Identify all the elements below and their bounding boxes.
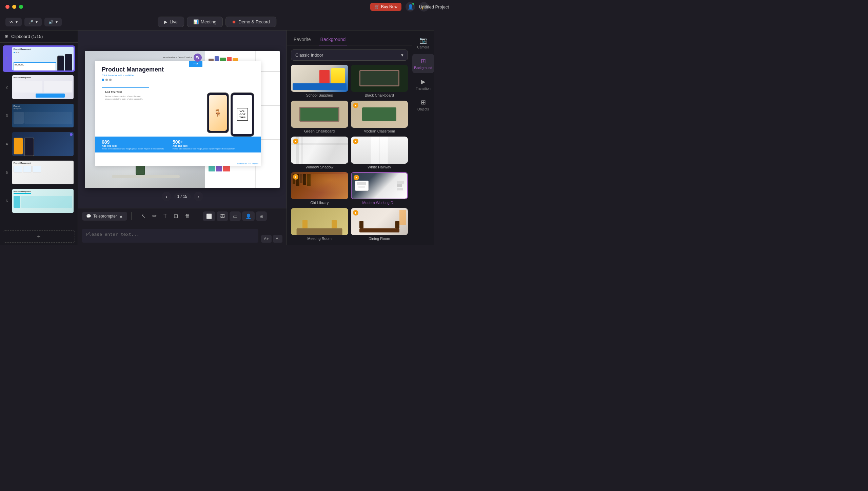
bg-name-modern-working: Modern Working D... (351, 199, 408, 205)
slide-item-4[interactable]: 4 (3, 131, 75, 157)
slide-number-6: 6 (4, 199, 9, 203)
bg-name-green-chalkboard: Green Chalkboard (291, 128, 348, 134)
bottom-toolbar: 💬 Teleprompter ▲ ↖ ✏ T ⊡ 🗑 ⬜ 🖼 ▭ (78, 208, 287, 245)
divider-2 (197, 212, 197, 220)
meeting-icon: 📊 (193, 19, 199, 24)
bg-thumb-old-library: ♦ (291, 172, 348, 199)
stat1-number: 689 (102, 139, 164, 145)
slide-item-3[interactable]: 3 Product Management (3, 102, 75, 129)
bg-item-window-shadow[interactable]: ♦ Window Shadow (291, 137, 348, 170)
bg-thumb-meeting-room (291, 208, 348, 235)
bg-name-modern-classroom: Modern Classroom (351, 128, 408, 134)
slide-item-1[interactable]: 1 Product Management Add The Text (3, 45, 75, 72)
text-tool-button[interactable]: T (161, 211, 170, 221)
teleprompter-input[interactable] (82, 229, 258, 243)
grid-button[interactable]: ⊞ (256, 211, 267, 221)
teleprompter-area: A+ A- (82, 224, 282, 243)
slide-item-2[interactable]: 2 Product Management (3, 74, 75, 100)
pen-tool-button[interactable]: ✏ (150, 211, 159, 221)
cart-icon: 🛒 (374, 4, 379, 9)
presenter-button[interactable]: 👁 ▾ (5, 18, 22, 26)
far-right-camera[interactable]: 📷 Camera (412, 33, 434, 53)
shape-tool-button[interactable]: ⊡ (171, 211, 181, 221)
minimize-button[interactable] (12, 5, 16, 9)
close-button[interactable] (5, 5, 9, 9)
select-tool-button[interactable]: ↖ (138, 211, 148, 221)
panel-tabs: Favorite Background (287, 30, 412, 45)
add-text-desc: the text is the extraction of your thoug… (105, 95, 146, 101)
camera-icon: 📷 (419, 37, 427, 44)
bg-thumb-window-shadow: ♦ (291, 137, 348, 164)
sidebar: ⊞ Clipboard (1/15) 1 Product Management (0, 30, 78, 245)
slide-thumbnail-1: Product Management Add The Text Descript… (12, 47, 74, 70)
tab-background[interactable]: Background (319, 34, 347, 45)
bottom-toolbar-top: 💬 Teleprompter ▲ ↖ ✏ T ⊡ 🗑 ⬜ 🖼 ▭ (82, 211, 282, 221)
far-right-background[interactable]: ⊞ Background (412, 54, 434, 73)
stat2-label: Add The Text (173, 145, 235, 147)
live-button[interactable]: ▶ Live (158, 17, 184, 27)
bg-item-old-library[interactable]: ♦ Old Library (291, 172, 348, 205)
bg-item-modern-classroom[interactable]: ♦ Modern Classroom (351, 101, 408, 134)
bg-name-school-supplies: School Supplies (291, 92, 348, 98)
background-category-dropdown[interactable]: Classic Indoor ▾ (291, 49, 408, 61)
bg-item-dining-room[interactable]: ♦ Dining Room (351, 208, 408, 241)
meeting-button[interactable]: 📊 Meeting (187, 17, 223, 27)
premium-badge-dining-room: ♦ (353, 210, 358, 216)
selected-indicator (70, 133, 73, 136)
objects-icon: ⊞ (421, 99, 426, 106)
slide-item-6[interactable]: 6 Product Management (3, 188, 75, 214)
slide-subtitle: Click here to add a subtitle (102, 74, 254, 77)
mic-button[interactable]: 🎤 ▾ (24, 18, 42, 26)
bg-name-old-library: Old Library (291, 199, 348, 205)
bg-item-black-chalkboard[interactable]: Black Chalkboard (351, 65, 408, 98)
stat1-desc: the text is the extraction of your thoug… (102, 148, 164, 150)
live-icon: ▶ (164, 19, 167, 24)
prev-slide-button[interactable]: ‹ (161, 192, 171, 201)
person-button[interactable]: 👤 (242, 211, 255, 221)
background-panel-icon: ⊞ (421, 57, 426, 65)
next-slide-button[interactable]: › (194, 192, 203, 201)
slide-item-5[interactable]: 5 Product Management (3, 159, 75, 186)
font-decrease-button[interactable]: A- (273, 235, 282, 243)
slides-list: 1 Product Management Add The Text (0, 43, 78, 228)
slide-number-3: 3 (4, 114, 9, 118)
edit-tools: ↖ ✏ T ⊡ 🗑 (138, 211, 193, 221)
font-increase-button[interactable]: A+ (261, 235, 272, 243)
maximize-button[interactable] (19, 5, 23, 9)
slide-number-2: 2 (4, 85, 9, 89)
teleprompter-button[interactable]: 💬 Teleprompter ▲ (82, 212, 127, 221)
canvas-wrapper: Product Management Click here to add a s… (78, 30, 287, 208)
add-slide-button[interactable]: + (3, 230, 75, 243)
video-button[interactable]: ▭ (230, 211, 241, 221)
right-panel: Favorite Background Classic Indoor ▾ Sch… (287, 30, 412, 245)
image-button[interactable]: 🖼 (217, 211, 228, 221)
eraser-tool-button[interactable]: 🗑 (182, 211, 193, 221)
chat-icon: 💬 (86, 214, 91, 219)
canvas-area: Product Management Click here to add a s… (78, 30, 287, 245)
bg-thumb-white-hallway: ♦ (351, 137, 408, 164)
media-tools: ⬜ 🖼 ▭ 👤 ⊞ (203, 211, 267, 221)
stat2-number: 500+ (173, 139, 235, 145)
bg-name-black-chalkboard: Black Chalkboard (351, 92, 408, 98)
tab-favorite[interactable]: Favorite (292, 34, 312, 45)
font-controls: A+ A- (261, 235, 282, 243)
volume-icon: 🔊 (48, 20, 54, 24)
presenter-icon: 👁 (9, 20, 14, 24)
screen-capture-button[interactable]: ⬜ (203, 211, 215, 221)
demo-record-button[interactable]: ⏺ Demo & Record (225, 17, 276, 27)
wondershare-label: Wondershare DemoCreator (163, 56, 192, 59)
bg-item-green-chalkboard[interactable]: Green Chalkboard (291, 101, 348, 134)
far-right-objects[interactable]: ⊞ Objects (412, 95, 434, 115)
user-icon[interactable]: 👤 (406, 2, 415, 12)
bg-item-school-supplies[interactable]: School Supplies (291, 65, 348, 98)
slide-thumbnail-2: Product Management (12, 75, 74, 99)
bg-item-white-hallway[interactable]: ♦ White Hallway (351, 137, 408, 170)
buy-now-button[interactable]: 🛒 Buy Now (370, 3, 401, 11)
volume-button[interactable]: 🔊 ▾ (44, 18, 62, 26)
far-right-transition[interactable]: ▶ Transition (412, 75, 434, 94)
slide-canvas: Product Management Click here to add a s… (85, 51, 280, 188)
bg-item-modern-working[interactable]: ♦ Modern Working D... (351, 172, 408, 205)
page-indicator: 1 / 15 (174, 193, 191, 200)
bg-item-meeting-room[interactable]: Meeting Room (291, 208, 348, 241)
premium-badge-white-hallway: ♦ (353, 139, 358, 144)
